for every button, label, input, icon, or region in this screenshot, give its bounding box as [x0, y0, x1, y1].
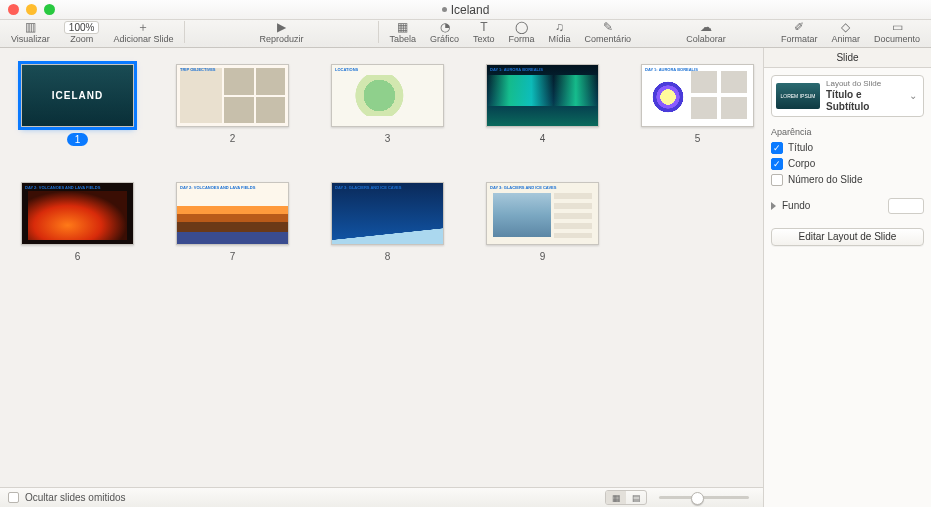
view-menu-button[interactable]: ▥ Visualizar	[4, 20, 57, 44]
text-icon: T	[480, 20, 487, 34]
table-label: Tabela	[390, 34, 417, 44]
add-slide-button[interactable]: ＋ Adicionar Slide	[106, 20, 180, 44]
shape-label: Forma	[509, 34, 535, 44]
media-icon: ♫	[555, 20, 564, 34]
slide-number-label: 4	[540, 133, 546, 144]
shape-icon: ◯	[515, 20, 528, 34]
background-color-well[interactable]	[888, 198, 924, 214]
insert-text-button[interactable]: T Texto	[466, 20, 502, 44]
comment-label: Comentário	[585, 34, 632, 44]
slide-number-label: 6	[75, 251, 81, 262]
slide-preview: DAY 1: AURORA BOREALIS	[486, 64, 599, 127]
slide-thumbnail[interactable]: LOCATIONS3	[330, 64, 445, 146]
document-icon: ▭	[892, 20, 903, 34]
slide-number-checkbox[interactable]	[771, 174, 783, 186]
hide-skipped-checkbox[interactable]	[8, 492, 19, 503]
zoom-menu-button[interactable]: 100% Zoom	[57, 20, 107, 44]
layout-thumb-text: LOREM IPSUM	[780, 93, 815, 99]
view-mode-segment[interactable]: ▦ ▤	[605, 490, 647, 505]
format-inspector: Slide LOREM IPSUM Layout do Slide Título…	[763, 48, 931, 507]
insert-table-button[interactable]: ▦ Tabela	[383, 20, 424, 44]
slide-number-label: 2	[230, 133, 236, 144]
slide-number-label: 3	[385, 133, 391, 144]
slide-number-label: 9	[540, 251, 546, 262]
background-label: Fundo	[782, 200, 810, 211]
format-label: Formatar	[781, 34, 818, 44]
media-label: Mídia	[549, 34, 571, 44]
format-inspector-button[interactable]: ✐ Formatar	[774, 20, 825, 44]
light-table-mode-icon[interactable]: ▦	[606, 491, 626, 504]
play-button[interactable]: ▶ Reproduzir	[189, 20, 373, 44]
slide-header-text: DAY 3: GLACIERS AND ICE CAVES	[335, 185, 440, 190]
slide-thumbnail[interactable]: DAY 3: GLACIERS AND ICE CAVES9	[485, 182, 600, 262]
comment-icon: ✎	[603, 20, 613, 34]
animate-inspector-button[interactable]: ◇ Animar	[824, 20, 867, 44]
insert-shape-button[interactable]: ◯ Forma	[502, 20, 542, 44]
animate-icon: ◇	[841, 20, 850, 34]
layout-name: Título e Subtítulo	[826, 89, 903, 113]
navigator-mode-icon[interactable]: ▤	[626, 491, 646, 504]
slide-thumbnail[interactable]: DAY 1: AURORA BOREALIS4	[485, 64, 600, 146]
title-checkbox[interactable]: ✓	[771, 142, 783, 154]
slide-number-label: 1	[67, 133, 89, 146]
window-titlebar: Iceland	[0, 0, 931, 20]
slide-preview: DAY 3: GLACIERS AND ICE CAVES	[331, 182, 444, 245]
canvas-footer: Ocultar slides omitidos ▦ ▤	[0, 487, 763, 507]
collaborate-button[interactable]: ☁ Colaborar	[679, 20, 733, 44]
play-label: Reproduzir	[259, 34, 303, 44]
sidebar-icon: ▥	[25, 20, 36, 34]
slide-thumbnail[interactable]: DAY 1: AURORA BOREALIS5	[640, 64, 755, 146]
slide-thumbnail[interactable]: DAY 2: VOLCANOES AND LAVA FIELDS7	[175, 182, 290, 262]
document-inspector-button[interactable]: ▭ Documento	[867, 20, 927, 44]
slide-header-text: DAY 1: AURORA BOREALIS	[490, 67, 595, 72]
toolbar-separator	[378, 21, 379, 43]
zoom-value: 100%	[64, 21, 100, 34]
inspector-tab-slide[interactable]: Slide	[764, 48, 931, 68]
play-icon: ▶	[277, 20, 286, 34]
toolbar-separator	[184, 21, 185, 43]
slide-preview: LOCATIONS	[331, 64, 444, 127]
slide-thumbnail[interactable]: DAY 3: GLACIERS AND ICE CAVES8	[330, 182, 445, 262]
inspector-tab-label: Slide	[836, 52, 858, 63]
text-label: Texto	[473, 34, 495, 44]
table-icon: ▦	[397, 20, 408, 34]
chart-label: Gráfico	[430, 34, 459, 44]
slide-thumbnail[interactable]: TRIP OBJECTIVES2	[175, 64, 290, 146]
insert-chart-button[interactable]: ◔ Gráfico	[423, 20, 466, 44]
slide-header-text: DAY 1: AURORA BOREALIS	[645, 67, 750, 72]
document-title-text: Iceland	[451, 3, 490, 17]
paintbrush-icon: ✐	[794, 20, 804, 34]
layout-caption: Layout do Slide	[826, 79, 903, 89]
slide-preview: ICELAND	[21, 64, 134, 127]
animate-label: Animar	[831, 34, 860, 44]
add-slide-label: Adicionar Slide	[113, 34, 173, 44]
slide-layout-picker[interactable]: LOREM IPSUM Layout do Slide Título e Sub…	[771, 75, 924, 117]
insert-comment-button[interactable]: ✎ Comentário	[578, 20, 639, 44]
slide-thumbnail[interactable]: DAY 2: VOLCANOES AND LAVA FIELDS6	[20, 182, 135, 262]
slide-header-text: DAY 3: GLACIERS AND ICE CAVES	[490, 185, 595, 190]
light-table-view[interactable]: ICELAND1TRIP OBJECTIVES2LOCATIONS3DAY 1:…	[0, 48, 763, 487]
body-checkbox-label: Corpo	[788, 158, 815, 169]
disclosure-triangle-icon	[771, 202, 776, 210]
appearance-section-label: Aparência	[771, 127, 924, 137]
insert-media-button[interactable]: ♫ Mídia	[542, 20, 578, 44]
slide-number-label: 7	[230, 251, 236, 262]
slide-number-label: 5	[695, 133, 701, 144]
edit-slide-layout-button[interactable]: Editar Layout de Slide	[771, 228, 924, 246]
slide-number-checkbox-label: Número do Slide	[788, 174, 862, 185]
slide-header-text: DAY 2: VOLCANOES AND LAVA FIELDS	[25, 185, 130, 190]
view-label: Visualizar	[11, 34, 50, 44]
slide-thumbnail[interactable]: ICELAND1	[20, 64, 135, 146]
slide-preview: DAY 2: VOLCANOES AND LAVA FIELDS	[176, 182, 289, 245]
background-disclosure-row[interactable]: Fundo	[771, 198, 924, 214]
body-checkbox[interactable]: ✓	[771, 158, 783, 170]
slide-header-text: TRIP OBJECTIVES	[180, 67, 285, 72]
thumbnail-zoom-slider[interactable]	[659, 496, 749, 499]
document-title: Iceland	[0, 3, 931, 17]
hide-skipped-label: Ocultar slides omitidos	[25, 492, 126, 503]
collaborate-icon: ☁	[700, 20, 712, 34]
document-label: Documento	[874, 34, 920, 44]
zoom-label: Zoom	[70, 34, 93, 44]
slide-header-text: DAY 2: VOLCANOES AND LAVA FIELDS	[180, 185, 285, 190]
layout-thumbnail: LOREM IPSUM	[776, 83, 820, 109]
